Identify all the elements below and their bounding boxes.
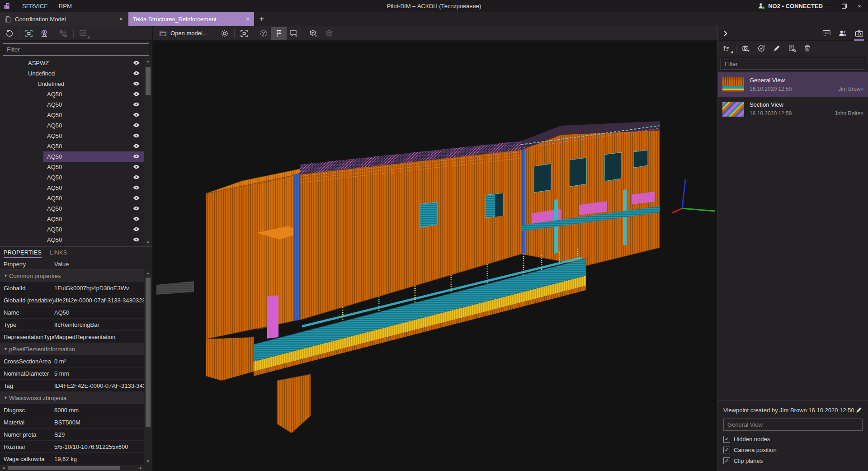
open-model-button[interactable]: Open model... [154, 26, 213, 41]
tab-close-icon[interactable]: × [119, 16, 123, 22]
restore-button[interactable] [841, 3, 847, 9]
show-selected-button[interactable] [37, 27, 52, 40]
scroll-down-icon[interactable]: ▼ [144, 458, 152, 465]
viewpoints-camera-icon[interactable] [854, 28, 864, 39]
property-row[interactable]: ▼ GlobalId 1FulGk0007hp4pD30oE3Wv [0, 282, 144, 294]
visibility-eye-icon[interactable] [133, 206, 140, 211]
tree-row[interactable]: ASPWZ [24, 58, 144, 68]
tree-row[interactable]: AQ50 [43, 131, 144, 141]
viewpoint-item[interactable]: General View 16.10.2020 12:50 Jim Brown [718, 72, 868, 97]
tree-row[interactable]: AQ50 [43, 172, 144, 183]
scroll-thumb[interactable] [8, 466, 120, 470]
fit-view-button[interactable] [236, 27, 252, 40]
property-row[interactable]: ▼ Dlugosc 6000 mm [0, 404, 144, 416]
property-row[interactable]: ▼ GlobalId (readable) 4fe2f42e-0000-07af… [0, 294, 144, 306]
tree-row[interactable]: AQ50 [43, 141, 144, 151]
checkbox[interactable]: ✓ [723, 436, 730, 443]
tree-row[interactable]: AQ50 [43, 110, 144, 120]
hscroll-track[interactable] [7, 465, 137, 471]
checkbox[interactable]: ✓ [723, 457, 730, 464]
tab-properties[interactable]: PROPERTIES [4, 250, 42, 258]
tree-row[interactable]: AQ50 [43, 193, 144, 203]
menu-rpm[interactable]: RPM [59, 3, 72, 9]
update-viewpoint-button[interactable] [754, 42, 769, 55]
tab-tekla-structures[interactable]: Tekla Structures_Reinforcement × [128, 12, 254, 26]
add-cube-button[interactable] [306, 27, 321, 40]
property-row[interactable]: ▼ Name AQ50 [0, 306, 144, 319]
tree-row[interactable]: AQ50 [43, 120, 144, 131]
tree-row[interactable]: AQ50 [43, 99, 144, 110]
property-row[interactable]: ▼ Rozmiar 5/5-10/10-1076.912255x600 [0, 441, 144, 453]
new-tab-button[interactable]: + [255, 12, 269, 26]
scroll-down-icon[interactable]: ▼ [144, 239, 152, 246]
tab-links[interactable]: LINKS [50, 250, 67, 258]
scroll-right-icon[interactable]: ► [137, 466, 144, 470]
viewpoint-option[interactable]: ✓ Clip planes [723, 457, 863, 464]
tree-scrollbar[interactable]: ▲ ▼ [144, 58, 152, 246]
visibility-eye-icon[interactable] [133, 237, 140, 242]
viewpoint-item[interactable]: Section View 16.10.2020 12:58 John Raite… [718, 97, 868, 121]
scroll-up-icon[interactable]: ▲ [144, 270, 152, 277]
visibility-eye-icon[interactable] [133, 227, 140, 231]
property-row[interactable]: ▼ NominalDiameter 5 mm [0, 367, 144, 380]
scroll-up-icon[interactable]: ▲ [144, 58, 152, 65]
viewpoint-name-input[interactable] [723, 419, 863, 431]
tab-close-icon[interactable]: × [246, 16, 250, 22]
visibility-eye-icon[interactable] [133, 81, 140, 86]
visibility-eye-icon[interactable] [133, 154, 140, 159]
sort-button[interactable]: ◢ [719, 42, 734, 55]
tree-row[interactable]: AQ50 [43, 224, 144, 235]
visibility-eye-icon[interactable] [133, 144, 140, 148]
property-row[interactable]: ▼ Wlasciwosci zbrojenia [0, 392, 144, 404]
visibility-eye-icon[interactable] [133, 175, 140, 179]
tree-row[interactable]: AQ50 [43, 162, 144, 172]
property-row[interactable]: ▼ Tag ID4FE2F42E-0000-07AF-3133-343032 [0, 380, 144, 392]
viewpoint-option[interactable]: ✓ Hidden nodes [723, 436, 863, 443]
viewpoint-flag-button[interactable] [271, 27, 287, 40]
property-row[interactable]: ▼ Common properties [0, 270, 144, 282]
properties-scrollbar[interactable]: ▲ ▼ [144, 270, 152, 465]
tree-row[interactable]: Undefined [24, 68, 144, 79]
scroll-thumb[interactable] [146, 278, 151, 427]
tree-row[interactable]: Undefined [34, 79, 144, 89]
copy-link-button[interactable] [784, 42, 800, 55]
chart-button[interactable]: ◢ [75, 27, 91, 40]
model-canvas[interactable] [153, 41, 717, 471]
section-caret-icon[interactable]: ▼ [0, 273, 9, 278]
property-row[interactable]: ▼ Material BST500M [0, 416, 144, 429]
visibility-eye-icon[interactable] [133, 165, 140, 169]
collapse-panel-icon[interactable] [722, 30, 729, 37]
connection-status[interactable]: NO2 • CONNECTED [758, 2, 823, 10]
tree-row[interactable]: AQ50 [43, 151, 144, 162]
structure-filter-input[interactable] [3, 43, 149, 56]
property-row[interactable]: ▼ Type IfcReinforcingBar [0, 319, 144, 331]
tree-row[interactable]: AQ50 [43, 214, 144, 224]
tree-row[interactable]: AQ50 [43, 183, 144, 193]
ghost-cube-button[interactable] [256, 27, 271, 40]
tab-coordination-model[interactable]: Coordination Model × [0, 12, 127, 26]
property-row[interactable]: ▼ RepresentationType MappedRepresentatio… [0, 331, 144, 343]
edit-viewpoint-button[interactable] [769, 42, 784, 55]
cube-button[interactable] [321, 27, 337, 40]
property-row[interactable]: ▼ Numer preta S29 [0, 429, 144, 441]
add-viewpoint-button[interactable] [738, 42, 754, 55]
property-row[interactable]: ▼ CrossSectionArea 0 m² [0, 355, 144, 367]
annotations-icon[interactable]: A1 [821, 28, 832, 39]
visibility-eye-icon[interactable] [133, 196, 140, 200]
scroll-thumb[interactable] [146, 67, 151, 95]
visibility-eye-icon[interactable] [133, 71, 140, 75]
visibility-eye-icon[interactable] [133, 61, 140, 65]
property-row[interactable]: ▼ pPsetElementInformation [0, 343, 144, 355]
section-caret-icon[interactable]: ▼ [0, 396, 9, 400]
tree-row[interactable]: AQ50 [43, 89, 144, 99]
viewpoint-option[interactable]: ✓ Camera position [723, 447, 863, 453]
tree-row[interactable]: AQ50 [43, 235, 144, 245]
visibility-eye-icon[interactable] [133, 185, 140, 190]
tree-row[interactable]: AQ50 [43, 203, 144, 214]
viewpoints-filter-input[interactable] [721, 58, 865, 70]
delete-viewpoint-button[interactable] [800, 42, 815, 55]
visibility-eye-icon[interactable] [133, 113, 140, 117]
visibility-eye-icon[interactable] [133, 123, 140, 127]
visibility-list-button[interactable] [56, 27, 71, 40]
visibility-eye-icon[interactable] [133, 133, 140, 138]
